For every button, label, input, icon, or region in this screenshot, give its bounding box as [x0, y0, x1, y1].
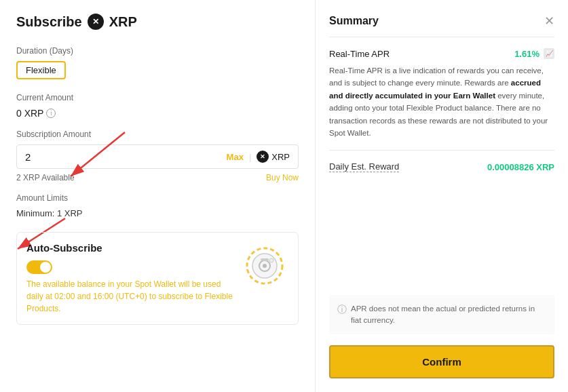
auto-subscribe-toggle[interactable]: [26, 260, 52, 274]
toggle-wrap: [26, 260, 233, 274]
available-row: 2 XRP Available Buy Now: [16, 173, 299, 182]
apr-value: 1.61%: [514, 49, 539, 59]
summary-header: Summary ✕: [329, 14, 554, 37]
subscription-amount-section: Subscription Amount Max | ✕ XRP: [16, 130, 299, 169]
buy-now-link[interactable]: Buy Now: [266, 173, 299, 182]
xrp-logo-icon: ✕: [88, 14, 104, 30]
apr-label: Real-Time APR: [329, 49, 390, 59]
disclaimer-text: APR does not mean the actual or predicte…: [351, 303, 546, 327]
max-button[interactable]: Max: [227, 152, 244, 162]
minimum-text: Minimum: 1 XRP: [16, 208, 299, 218]
subscription-amount-input[interactable]: [25, 151, 221, 163]
flexible-duration-button[interactable]: Flexible: [16, 61, 66, 79]
summary-title: Summary: [329, 15, 379, 27]
available-text: 2 XRP Available: [16, 173, 75, 182]
disclaimer-row: ⓘ APR does not mean the actual or predic…: [329, 295, 554, 335]
daily-reward-value: 0.00008826 XRP: [487, 162, 554, 172]
svg-rect-8: [261, 258, 269, 261]
info-icon[interactable]: i: [46, 109, 56, 118]
current-amount-value: 0 XRP i: [16, 108, 299, 119]
auto-subscribe-title: Auto-Subscribe: [26, 242, 233, 254]
svg-point-7: [263, 264, 267, 268]
page-title-container: Subscribe ✕ XRP: [16, 14, 299, 30]
amount-limits-section: Amount Limits Minimum: 1 XRP: [16, 193, 299, 218]
left-panel: Subscribe ✕ XRP Duration (Days) Flexible…: [0, 0, 316, 392]
subscription-amount-input-row: Max | ✕ XRP: [16, 144, 299, 169]
subscribe-label: Subscribe: [16, 14, 82, 30]
close-button[interactable]: ✕: [544, 14, 554, 28]
toggle-knob: [40, 262, 51, 273]
daily-reward-label[interactable]: Daily Est. Reward: [329, 161, 399, 172]
info-circle-icon: ⓘ: [337, 304, 347, 316]
svg-point-9: [269, 258, 273, 262]
current-amount-section: Current Amount 0 XRP i: [16, 93, 299, 119]
daily-reward-row: Daily Est. Reward 0.00008826 XRP: [329, 161, 554, 172]
auto-subscribe-section: Auto-Subscribe The available balance in …: [16, 232, 299, 325]
apr-description: Real-Time APR is a live indication of re…: [329, 64, 554, 139]
xrp-badge: ✕ XRP: [257, 151, 290, 163]
subscription-amount-label: Subscription Amount: [16, 130, 299, 139]
apr-row: Real-Time APR 1.61% 📈: [329, 48, 554, 59]
xrp-coin-icon: ✕: [257, 151, 269, 163]
divider: |: [249, 152, 251, 162]
auto-subscribe-icon: [241, 242, 288, 290]
chart-icon[interactable]: 📈: [544, 48, 554, 59]
auto-subscribe-desc: The available balance in your Spot Walle…: [26, 278, 233, 315]
amount-limits-label: Amount Limits: [16, 193, 299, 203]
confirm-button[interactable]: Confirm: [329, 345, 554, 378]
duration-label: Duration (Days): [16, 46, 299, 56]
current-amount-label: Current Amount: [16, 93, 299, 102]
coin-label: XRP: [109, 14, 137, 30]
apr-value-row: 1.61% 📈: [514, 48, 554, 59]
right-panel: Summary ✕ Real-Time APR 1.61% 📈 Real-Tim…: [316, 0, 568, 392]
divider-line: [329, 150, 554, 151]
spacer: [329, 183, 554, 294]
